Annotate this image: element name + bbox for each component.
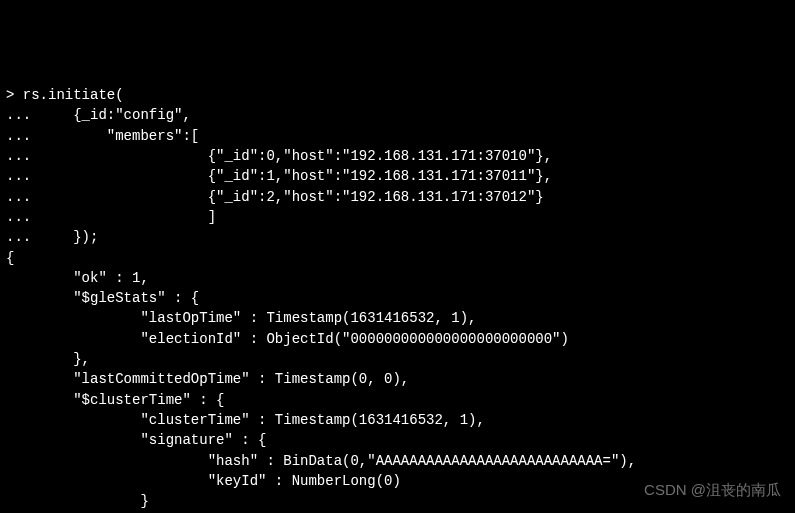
terminal-line: "ok" : 1, <box>6 268 789 288</box>
terminal-line: ... {"_id":1,"host":"192.168.131.171:370… <box>6 166 789 186</box>
terminal-line: "lastOpTime" : Timestamp(1631416532, 1), <box>6 308 789 328</box>
terminal-line: "lastCommittedOpTime" : Timestamp(0, 0), <box>6 369 789 389</box>
terminal-line: ... }); <box>6 227 789 247</box>
terminal-line: ... {"_id":0,"host":"192.168.131.171:370… <box>6 146 789 166</box>
terminal-output: > rs.initiate(... {_id:"config",... "mem… <box>6 85 789 513</box>
terminal-line: "$clusterTime" : { <box>6 390 789 410</box>
terminal-line: > rs.initiate( <box>6 85 789 105</box>
terminal-line: ... ] <box>6 207 789 227</box>
terminal-line: "clusterTime" : Timestamp(1631416532, 1)… <box>6 410 789 430</box>
terminal-line: "$gleStats" : { <box>6 288 789 308</box>
terminal-line: ... {_id:"config", <box>6 105 789 125</box>
terminal-line: "hash" : BinData(0,"AAAAAAAAAAAAAAAAAAAA… <box>6 451 789 471</box>
terminal-line: ... {"_id":2,"host":"192.168.131.171:370… <box>6 187 789 207</box>
terminal-line: "electionId" : ObjectId("000000000000000… <box>6 329 789 349</box>
terminal-line: "signature" : { <box>6 430 789 450</box>
terminal-line: }, <box>6 349 789 369</box>
terminal-line: ... "members":[ <box>6 126 789 146</box>
terminal-line: { <box>6 248 789 268</box>
watermark-text: CSDN @沮丧的南瓜 <box>644 479 781 501</box>
